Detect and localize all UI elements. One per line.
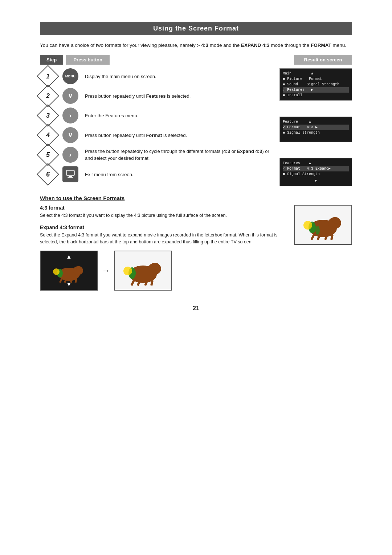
svg-point-30 [315,226,320,235]
svg-line-5 [60,279,62,283]
cartoon-normal-box [294,205,352,245]
right-button-3: › [62,108,78,123]
screen-mockup-3: Features ▲ ✓ Format 4:3 Expand▶ ■ Signal… [279,158,352,186]
step-row-4: 4 ∨ Press button repeatedly until Format… [40,127,272,143]
svg-line-24 [318,236,319,240]
svg-line-17 [151,280,152,285]
svg-point-20 [123,267,132,275]
when-section: When to use the Screen Formats 4:3 forma… [40,195,352,291]
step-number-6: 6 [40,166,56,182]
svg-point-18 [152,263,160,270]
menu-button: MENU [62,68,78,84]
steps-column: 1 MENU Display the main menu on screen. … [40,68,272,186]
step-row-6: 6 Exit menu from screen. [40,166,272,182]
svg-line-15 [138,282,139,285]
down-button-4: ∨ [62,127,78,143]
svg-point-11 [53,268,60,275]
step-row-3: 3 › Enter the Features menu. [40,108,272,123]
svg-rect-2 [68,177,73,178]
svg-rect-1 [69,176,72,177]
header-result: Result on screen [294,55,352,65]
svg-point-29 [303,221,312,230]
step-row-2: 2 ∨ Press button repeatedly until Featur… [40,88,272,104]
svg-line-8 [75,279,76,283]
svg-rect-0 [66,170,74,175]
intro-text: You can have a choice of two formats for… [40,42,352,49]
format-expand-desc: Select the Expand 4:3 format if you want… [40,232,287,246]
step-number-1: 1 [40,68,56,84]
step-4-desc: Press button repeatedly until Format is … [85,132,272,139]
main-content-area: 1 MENU Display the main menu on screen. … [40,68,352,186]
header-press: Press button [66,55,110,65]
step-row-1: 1 MENU Display the main menu on screen. [40,68,272,84]
expand-up-arrow: ▲ [66,254,72,260]
screen-mockups: Main ▲ ■ Picture Format ■ Sound Signal S… [279,68,352,186]
horse-cartoon-normal [298,208,348,241]
step-row-5: 5 › Press the button repeatedly to cycle… [40,147,272,163]
cartoon-column [294,205,352,291]
svg-line-14 [131,280,134,285]
svg-line-23 [311,235,314,240]
svg-line-16 [145,282,147,285]
expand-illustration: ▲ ▼ [40,251,287,291]
section-title: Using the Screen Format [40,22,352,35]
expand-before-box: ▲ ▼ [40,251,98,291]
tv-button [62,166,78,182]
horse-cartoon-expand [47,258,91,283]
expand-arrow-icon: → [102,266,110,276]
screen-mockup-2: Feature ▲ ✓ Format 4:3 ▶ ■ Signal streng… [279,117,352,142]
svg-point-9 [76,266,82,271]
format-43-desc: Select the 4:3 format if you want to dis… [40,212,287,219]
right-button-5: › [62,147,78,163]
page-number: 21 [40,305,352,312]
step-2-desc: Press button repeatedly until Features i… [85,93,272,100]
table-header: Step Press button Result on screen [40,55,352,65]
format-expand-title: Expand 4:3 format [40,224,287,230]
step-3-desc: Enter the Features menu. [85,112,272,119]
down-button: ∨ [62,88,78,104]
header-step: Step [40,55,63,65]
step-number-2: 2 [40,88,56,104]
step-6-desc: Exit menu from screen. [85,171,272,178]
svg-line-25 [325,236,327,240]
step-5-desc: Press the button repeatedly to cycle thr… [85,148,272,162]
step-1-desc: Display the main menu on screen. [85,73,272,80]
svg-line-26 [331,235,332,240]
format-section: 4:3 format Select the 4:3 format if you … [40,205,352,291]
step-number-4: 4 [40,127,56,143]
step-number-5: 5 [40,147,56,163]
format-43-title: 4:3 format [40,205,287,211]
when-title: When to use the Screen Formats [40,195,352,201]
expand-after-box [114,251,172,291]
screen-mockup-1: Main ▲ ■ Picture Format ■ Sound Signal S… [279,68,352,101]
expand-down-arrow: ▼ [66,281,72,288]
svg-point-27 [332,217,340,224]
format-text-column: 4:3 format Select the 4:3 format if you … [40,205,287,291]
horse-cartoon-full [118,254,168,287]
step-number-3: 3 [40,108,56,123]
